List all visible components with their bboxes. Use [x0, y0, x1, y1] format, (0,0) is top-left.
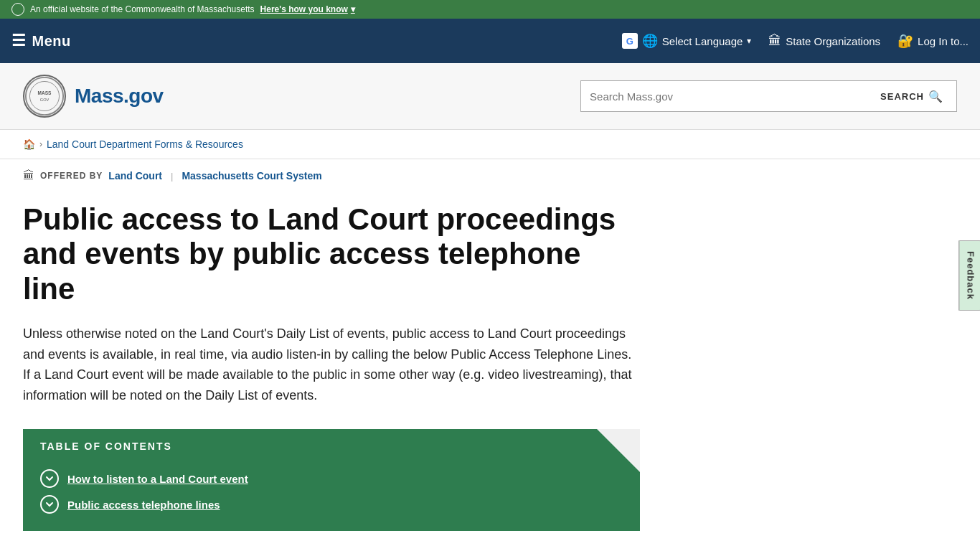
mass-courts-link[interactable]: Massachusetts Court System [182, 170, 321, 182]
chevron-down-svg [45, 474, 54, 483]
chevron-down-icon: ▾ [351, 4, 355, 14]
nav-right: G 🌐 Select Language ▾ 🏛 State Organizati… [622, 33, 969, 49]
log-in-button[interactable]: 🔐 Log In to... [897, 33, 969, 49]
offered-by-separator: | [171, 171, 173, 182]
breadcrumb-land-court-link[interactable]: Land Court Department Forms & Resources [47, 138, 243, 150]
toc-title: TABLE OF CONTENTS [40, 441, 172, 452]
state-organizations-button[interactable]: 🏛 State Organizations [768, 34, 880, 49]
building-icon: 🏛 [768, 34, 781, 49]
svg-text:GOV: GOV [40, 98, 50, 102]
breadcrumb-separator: › [39, 139, 42, 149]
offered-by-building-icon: 🏛 [23, 169, 34, 182]
logo-area: MASS GOV Mass.gov [23, 75, 164, 118]
main-content: Public access to Land Court proceedings … [0, 188, 933, 551]
toc-item-1-label: How to listen to a Land Court event [67, 473, 248, 485]
google-translate[interactable]: G 🌐 Select Language ▾ [622, 33, 752, 49]
heres-how-label: Here's how you know [260, 4, 348, 14]
toc-item-1-icon [40, 469, 59, 488]
ma-seal-logo: MASS GOV [23, 75, 66, 118]
search-button-label: SEARCH [880, 91, 924, 102]
ma-seal-small [11, 3, 24, 16]
toc-items-list: How to listen to a Land Court event Publ… [23, 463, 640, 531]
main-nav: ☰ Menu G 🌐 Select Language ▾ 🏛 State Org… [0, 19, 980, 63]
svg-point-0 [26, 77, 63, 115]
hamburger-icon: ☰ [11, 32, 27, 50]
chevron-down-svg-2 [45, 500, 54, 509]
offered-by-bar: 🏛 OFFERED BY Land Court | Massachusetts … [0, 159, 980, 188]
feedback-tab[interactable]: Feedback [959, 240, 980, 311]
google-icon: G [622, 33, 638, 49]
chevron-down-icon: ▾ [747, 36, 751, 46]
search-area: SEARCH 🔍 [580, 80, 957, 112]
land-court-link[interactable]: Land Court [108, 170, 162, 182]
official-text: An official website of the Commonwealth … [30, 4, 255, 14]
page-title: Public access to Land Court proceedings … [23, 202, 640, 306]
toc-item-1[interactable]: How to listen to a Land Court event [40, 469, 623, 488]
search-input[interactable] [580, 80, 867, 112]
top-banner: An official website of the Commonwealth … [0, 0, 980, 19]
select-language-label: Select Language [662, 35, 743, 47]
search-button[interactable]: SEARCH 🔍 [867, 80, 957, 112]
nav-left: ☰ Menu [11, 32, 71, 50]
menu-button[interactable]: ☰ Menu [11, 32, 71, 50]
toc-item-2-label: Public access telephone lines [67, 499, 220, 511]
breadcrumb: 🏠 › Land Court Department Forms & Resour… [0, 130, 980, 159]
toc-item-2-icon [40, 495, 59, 514]
globe-icon: 🌐 [642, 33, 658, 49]
breadcrumb-home-icon[interactable]: 🏠 [23, 138, 35, 150]
page-intro: Unless otherwise noted on the Land Court… [23, 324, 640, 406]
heres-how-button[interactable]: Here's how you know ▾ [260, 4, 355, 14]
seal-svg: MASS GOV [24, 75, 65, 118]
site-header: MASS GOV Mass.gov SEARCH 🔍 [0, 63, 980, 130]
log-in-label: Log In to... [918, 35, 969, 47]
table-of-contents: TABLE OF CONTENTS How to listen to a Lan… [23, 429, 640, 531]
menu-label: Menu [32, 33, 71, 50]
offered-by-label: OFFERED BY [40, 171, 103, 181]
svg-text:MASS: MASS [38, 90, 52, 95]
login-icon: 🔐 [897, 33, 913, 49]
search-magnify-icon: 🔍 [928, 90, 943, 103]
toc-header: TABLE OF CONTENTS [23, 429, 640, 463]
state-organizations-label: State Organizations [786, 35, 880, 47]
site-logo-text[interactable]: Mass.gov [75, 85, 164, 108]
toc-item-2[interactable]: Public access telephone lines [40, 495, 623, 514]
